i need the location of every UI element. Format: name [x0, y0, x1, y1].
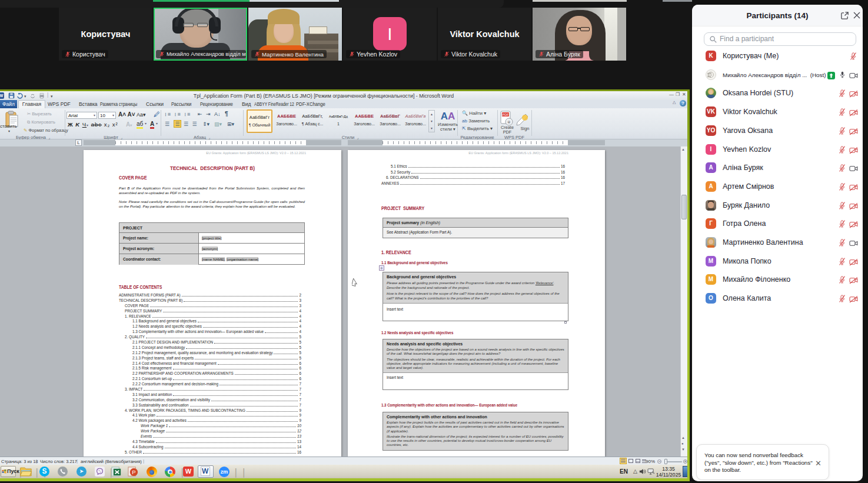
- svg-text:P: P: [132, 469, 135, 475]
- svg-text:PDF: PDF: [503, 113, 510, 116]
- svg-text:④: ④: [507, 120, 511, 124]
